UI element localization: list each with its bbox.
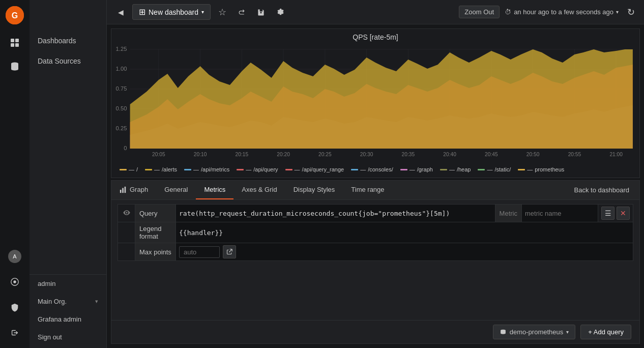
datasource-label: demo-prometheus: [510, 328, 564, 336]
tab-general[interactable]: General: [156, 181, 196, 199]
topbar: ◀ ⊞ New dashboard ▾ ☆: [107, 0, 644, 24]
tab-display-styles[interactable]: Display Styles: [285, 181, 343, 199]
add-query-button[interactable]: + Add query: [580, 325, 631, 339]
datasource-selector-button[interactable]: demo-prometheus ▾: [493, 325, 576, 339]
query-label: Query: [139, 210, 157, 217]
zoom-out-button[interactable]: Zoom Out: [459, 6, 500, 18]
app-logo[interactable]: G: [4, 4, 26, 26]
eye-icon[interactable]: [123, 209, 131, 217]
metric-input[interactable]: [525, 210, 595, 217]
edit-tabs: Graph General Metrics Axes & Grid Displa…: [111, 181, 639, 200]
datasource-icon: [500, 329, 507, 336]
avatar: A: [8, 250, 21, 263]
svg-rect-5: [15, 43, 19, 47]
sidebar-icon-dashboards[interactable]: [4, 32, 26, 54]
query-input[interactable]: [179, 210, 492, 217]
sidebar: G: [0, 0, 107, 348]
svg-point-8: [13, 280, 16, 283]
legend-item-api-query[interactable]: —/api/query: [237, 166, 278, 172]
sidebar-signout[interactable]: Sign out: [30, 328, 106, 346]
sidebar-org[interactable]: Main Org. ▾: [30, 293, 106, 310]
legend-item-api-query-range[interactable]: —/api/query_range: [285, 166, 344, 172]
legend-item-consoles[interactable]: —/consoles/: [351, 166, 393, 172]
sidebar-icon-datasources[interactable]: [4, 55, 26, 77]
sidebar-label-column: Dashboards Data Sources admin Main Org. …: [30, 0, 107, 348]
legend-format-label-cell: Legend format: [135, 222, 176, 243]
star-button[interactable]: ☆: [215, 5, 230, 20]
tab-time-range[interactable]: Time range: [343, 181, 392, 199]
save-button[interactable]: [253, 5, 269, 20]
svg-text:20:05: 20:05: [152, 152, 165, 157]
datasource-dropdown-icon: ▾: [566, 329, 569, 335]
sidebar-icon-signout[interactable]: [4, 322, 26, 344]
svg-text:G: G: [12, 11, 18, 20]
max-points-link-button[interactable]: [223, 245, 236, 258]
grafana-admin-label: Grafana admin: [38, 315, 81, 323]
svg-text:1.00: 1.00: [116, 66, 127, 72]
sidebar-icon-org[interactable]: [4, 271, 26, 293]
sidebar-icon-admin[interactable]: [4, 296, 26, 318]
svg-text:20:10: 20:10: [194, 152, 207, 157]
tab-axes-grid[interactable]: Axes & Grid: [233, 181, 285, 199]
svg-text:20:45: 20:45: [485, 152, 498, 157]
sidebar-grafana-admin[interactable]: Grafana admin: [30, 310, 106, 328]
tab-display-styles-label: Display Styles: [294, 186, 335, 193]
zoom-out-label: Zoom Out: [464, 8, 494, 16]
legend-item-api-metrics[interactable]: —/api/metrics: [184, 166, 229, 172]
tab-metrics[interactable]: Metrics: [196, 181, 233, 199]
dashboard-dropdown-icon: ▾: [201, 9, 204, 15]
query-label-cell: Query: [135, 205, 176, 222]
sidebar-org-name: Main Org.: [38, 298, 67, 305]
external-link-icon: [226, 249, 232, 255]
max-points-input[interactable]: [179, 246, 220, 258]
back-to-dashboard-label: Back to dashboard: [574, 186, 629, 194]
svg-text:20:40: 20:40: [443, 152, 456, 157]
chart-title: QPS [rate-5m]: [115, 33, 635, 41]
bar-chart-icon: [120, 186, 127, 193]
sidebar-user[interactable]: admin: [30, 274, 106, 293]
svg-marker-35: [130, 49, 633, 149]
max-points-value-cell: [176, 243, 633, 261]
legend-format-label: Legend format: [139, 225, 161, 240]
metric-label: Metric: [500, 210, 517, 217]
back-to-dashboard-button[interactable]: Back to dashboard: [568, 183, 635, 197]
time-range-selector[interactable]: ⏱ an hour ago to a few seconds ago ▾: [505, 8, 619, 16]
tab-metrics-label: Metrics: [204, 186, 225, 193]
settings-icon: [276, 8, 284, 16]
tab-graph[interactable]: Graph: [111, 181, 156, 199]
sidebar-item-dashboards-label: Dashboards: [38, 37, 76, 45]
edit-panel: Graph General Metrics Axes & Grid Displa…: [111, 180, 640, 344]
sidebar-collapse-button[interactable]: ◀: [113, 5, 128, 20]
sidebar-icon-column: G: [0, 0, 30, 348]
legend-format-input[interactable]: [179, 229, 630, 237]
sidebar-username: admin: [38, 280, 55, 287]
legend-item-heap[interactable]: —/heap: [440, 166, 471, 172]
sidebar-item-datasources[interactable]: Data Sources: [30, 51, 106, 71]
legend-item-root[interactable]: —/: [120, 166, 138, 172]
legend-item-static[interactable]: —/static/: [478, 166, 511, 172]
refresh-icon: ↻: [627, 7, 635, 18]
svg-rect-49: [122, 188, 124, 193]
share-button[interactable]: [234, 5, 249, 20]
legend-item-alerts[interactable]: —/alerts: [145, 166, 177, 172]
edit-bottom-bar: demo-prometheus ▾ + Add query: [111, 320, 639, 343]
refresh-button[interactable]: ↻: [624, 5, 638, 19]
save-icon: [257, 8, 265, 16]
query-menu-button[interactable]: ☰: [601, 207, 614, 220]
share-icon: [238, 8, 246, 16]
legend-item-prometheus[interactable]: —prometheus: [518, 166, 564, 172]
settings-button[interactable]: [273, 5, 288, 20]
query-remove-button[interactable]: ✕: [617, 207, 630, 220]
dashboard-name-button[interactable]: ⊞ New dashboard ▾: [132, 4, 211, 20]
sidebar-icon-user[interactable]: A: [4, 245, 26, 268]
svg-rect-2: [11, 39, 14, 42]
table-row: Legend format: [118, 222, 633, 243]
chart-container: 1.25 1.00 0.75 0.50 0.25 0: [115, 43, 635, 165]
tab-graph-label: Graph: [130, 186, 148, 193]
query-value-cell: [176, 205, 495, 222]
legend-item-graph[interactable]: —/graph: [400, 166, 433, 172]
svg-text:1.25: 1.25: [116, 46, 127, 52]
sidebar-item-dashboards[interactable]: Dashboards: [30, 31, 106, 51]
svg-text:21:00: 21:00: [609, 152, 623, 157]
dashboard-grid-icon: ⊞: [139, 7, 145, 17]
